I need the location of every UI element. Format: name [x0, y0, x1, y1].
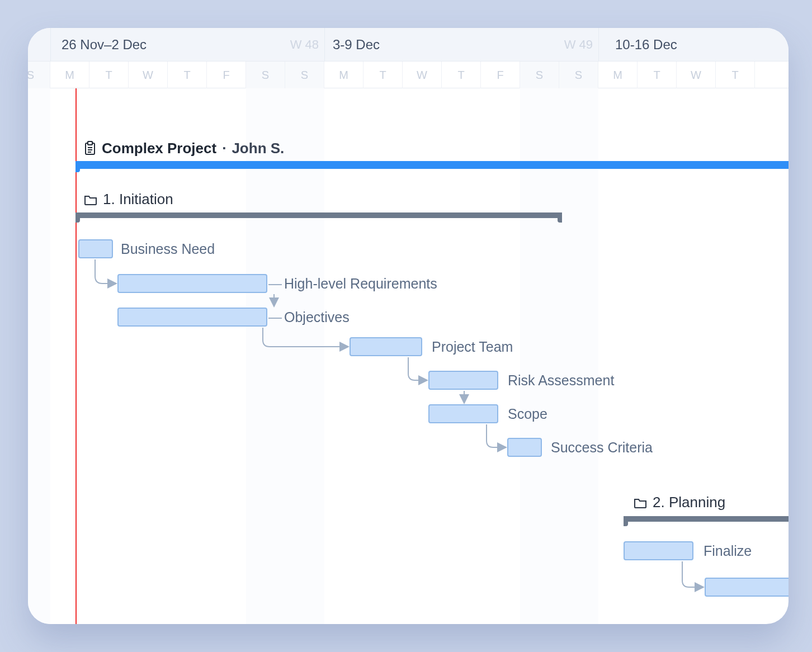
- group-initiation[interactable]: 1. Initiation: [84, 191, 173, 208]
- svg-rect-1: [88, 141, 92, 145]
- header-divider: [324, 28, 325, 61]
- task-project-team-bar[interactable]: [350, 337, 422, 356]
- day-col-t3[interactable]: T: [363, 62, 403, 88]
- project-separator: ·: [222, 140, 226, 157]
- gantt-frame: 47 26 Nov–2 Dec W 48 3-9 Dec W 49 10-16 …: [28, 28, 789, 624]
- project-icon: [84, 141, 96, 155]
- day-col-s5[interactable]: S: [559, 62, 598, 88]
- timeline-day-header: S M T W T F S S M T W T F S S M T W T: [28, 62, 789, 88]
- week-number-49: W 49: [554, 28, 593, 62]
- weekend-col: [28, 88, 50, 624]
- task-risk-label: Risk Assessment: [508, 372, 614, 389]
- day-col-s2[interactable]: S: [246, 62, 285, 88]
- project-owner: John S.: [232, 140, 284, 157]
- day-col-m3[interactable]: M: [598, 62, 638, 88]
- task-high-level-req-label: High-level Requirements: [284, 276, 437, 292]
- folder-icon: [84, 194, 97, 205]
- day-col-s[interactable]: S: [28, 62, 50, 88]
- task-scope-bar[interactable]: [428, 404, 498, 423]
- header-divider: [598, 28, 599, 61]
- project-header[interactable]: Complex Project · John S.: [84, 139, 284, 158]
- project-bar[interactable]: [75, 161, 789, 169]
- day-col-t4[interactable]: T: [442, 62, 481, 88]
- task-business-need-label: Business Need: [121, 241, 215, 257]
- week-range-48[interactable]: 26 Nov–2 Dec: [62, 28, 147, 62]
- week-number-47: 47: [28, 28, 45, 62]
- day-col-w2[interactable]: W: [403, 62, 442, 88]
- day-col-f2[interactable]: F: [481, 62, 520, 88]
- day-col-t[interactable]: T: [89, 62, 129, 88]
- task-success-bar[interactable]: [507, 438, 542, 457]
- week-range-50[interactable]: 10-16 Dec: [615, 28, 677, 62]
- header-divider: [50, 28, 51, 61]
- group-planning-bar[interactable]: [624, 516, 789, 522]
- task-objectives-bar[interactable]: [117, 308, 267, 327]
- group-planning[interactable]: 2. Planning: [634, 494, 725, 511]
- task-business-need-bar[interactable]: [78, 239, 113, 258]
- day-col-t2[interactable]: T: [168, 62, 207, 88]
- group-planning-label: 2. Planning: [653, 494, 725, 511]
- task-risk-bar[interactable]: [428, 371, 498, 390]
- group-initiation-label: 1. Initiation: [103, 191, 173, 208]
- project-title: Complex Project: [102, 140, 216, 157]
- task-success-label: Success Criteria: [551, 440, 653, 456]
- task-finalize-bar[interactable]: [624, 541, 693, 560]
- week-number-48: W 48: [280, 28, 319, 62]
- folder-icon: [634, 497, 647, 508]
- task-next-bar[interactable]: [705, 578, 789, 597]
- week-range-49[interactable]: 3-9 Dec: [333, 28, 380, 62]
- day-col-m2[interactable]: M: [324, 62, 363, 88]
- task-objectives-label: Objectives: [284, 309, 350, 325]
- label-connector: [268, 284, 282, 285]
- label-connector: [268, 318, 282, 319]
- day-col-w3[interactable]: W: [677, 62, 716, 88]
- day-col-blank: [755, 62, 789, 88]
- day-col-s4[interactable]: S: [520, 62, 559, 88]
- day-col-t6[interactable]: T: [716, 62, 755, 88]
- task-project-team-label: Project Team: [432, 339, 513, 355]
- day-col-m[interactable]: M: [50, 62, 89, 88]
- task-finalize-label: Finalize: [704, 543, 752, 559]
- task-high-level-req-bar[interactable]: [117, 274, 267, 293]
- group-initiation-bar[interactable]: [75, 212, 562, 218]
- timeline-week-header: 47 26 Nov–2 Dec W 48 3-9 Dec W 49 10-16 …: [28, 28, 789, 62]
- day-col-f[interactable]: F: [207, 62, 246, 88]
- gantt-canvas[interactable]: Complex Project · John S. 1. Initiation …: [28, 88, 789, 624]
- task-scope-label: Scope: [508, 406, 547, 422]
- day-col-s3[interactable]: S: [285, 62, 324, 88]
- day-col-t5[interactable]: T: [638, 62, 677, 88]
- day-col-w[interactable]: W: [129, 62, 168, 88]
